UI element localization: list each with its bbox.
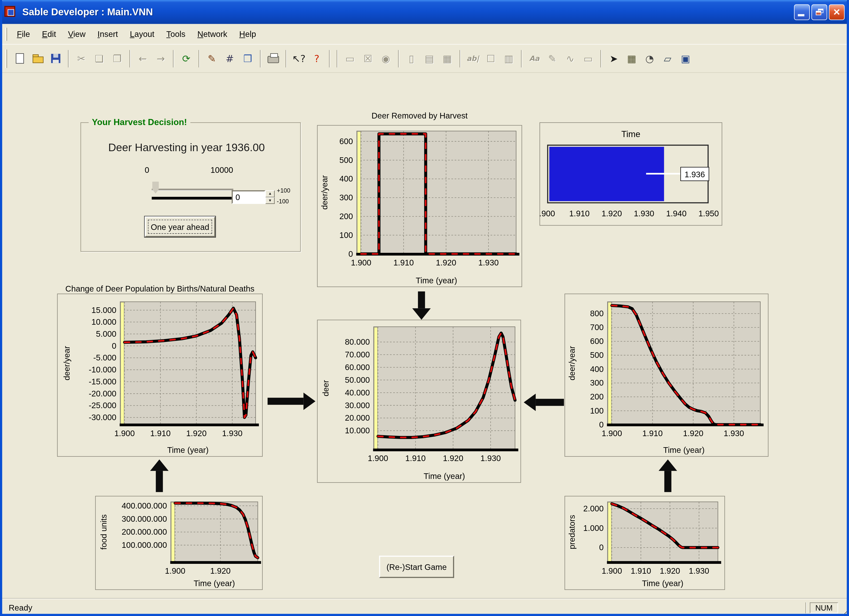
menu-view[interactable]: View — [62, 27, 91, 41]
spin-down-button[interactable]: ▼ — [265, 197, 275, 204]
save-file-icon — [51, 54, 60, 63]
harvest-amount-input[interactable]: 0 — [232, 190, 265, 204]
chart-predators: 2.0001.00001.9001.9101.9201.930predators… — [565, 496, 725, 590]
svg-text:700: 700 — [590, 323, 604, 332]
svg-text:-20.000: -20.000 — [89, 389, 116, 398]
ruler-grid-icon: ▦ — [627, 54, 636, 64]
harvest-slider-track[interactable] — [152, 189, 233, 191]
menu-layout[interactable]: Layout — [124, 27, 160, 41]
svg-text:1.910: 1.910 — [642, 429, 663, 438]
menu-insert[interactable]: Insert — [91, 27, 124, 41]
svg-text:0: 0 — [599, 543, 604, 552]
toolbar-save-file-button[interactable] — [47, 50, 64, 67]
svg-text:-15.000: -15.000 — [89, 377, 116, 386]
back-icon: ← — [139, 54, 147, 64]
toolbar-new-file-button[interactable] — [12, 50, 28, 67]
svg-text:500: 500 — [340, 156, 353, 165]
slider-max-label: 10000 — [210, 165, 233, 174]
one-year-ahead-button[interactable]: One year ahead — [144, 216, 215, 237]
svg-text:1.920: 1.920 — [660, 566, 680, 575]
svg-text:70.000: 70.000 — [345, 350, 370, 359]
toolbar-grid-snap-button[interactable]: # — [221, 50, 238, 67]
spin-up-button[interactable]: ▲ — [265, 190, 275, 197]
svg-text:200: 200 — [340, 212, 353, 221]
svg-text:food units: food units — [99, 515, 108, 550]
time-axis-label: .900 — [539, 209, 555, 218]
toolbar-image-view-button[interactable]: ▣ — [677, 50, 694, 67]
menu-edit[interactable]: Edit — [36, 27, 62, 41]
menu-network[interactable]: Network — [191, 27, 233, 41]
toolbar-spinner-tool-button: ▯ — [403, 50, 420, 67]
chart-tool-icon: ∿ — [566, 54, 574, 64]
toolbar-grip[interactable] — [5, 49, 7, 68]
menubar-grip[interactable] — [5, 28, 7, 41]
toolbar-checkbox-empty-tool-button: ☐ — [483, 50, 499, 67]
svg-text:1.920: 1.920 — [436, 258, 456, 267]
svg-text:-5.000: -5.000 — [93, 353, 116, 362]
toolbar-separator — [260, 50, 261, 67]
menu-bar: FileEditViewInsertLayoutToolsNetworkHelp — [0, 24, 849, 45]
image-view-icon: ▣ — [681, 54, 690, 64]
svg-text:400.000.000: 400.000.000 — [122, 501, 167, 510]
harvest-slider-thumb[interactable] — [152, 182, 159, 193]
statusbar-separator — [806, 602, 807, 613]
svg-text:1.910: 1.910 — [631, 566, 651, 575]
toolbar-cursor-tool-button: ✎ — [544, 50, 561, 67]
flow-arrow-births-to-deer — [268, 393, 316, 410]
toolbar-ruler-grid-button[interactable]: ▦ — [623, 50, 640, 67]
toolbar-separator — [460, 50, 461, 67]
harvest-spinner: ▲ ▼ — [265, 190, 275, 204]
svg-text:100: 100 — [340, 231, 353, 240]
svg-text:40.000: 40.000 — [345, 388, 370, 397]
chart-deer-removed-by-harvest: 60050040030020010001.9001.9101.9201.930d… — [317, 125, 522, 287]
restart-game-button[interactable]: (Re-)Start Game — [379, 556, 454, 578]
time-axis-label: 1.950 — [699, 209, 719, 218]
svg-text:300.000.000: 300.000.000 — [122, 515, 167, 523]
svg-text:200.000.000: 200.000.000 — [122, 527, 167, 536]
svg-text:300: 300 — [340, 193, 353, 202]
toolbar-context-help-button[interactable]: ↖? — [290, 50, 307, 67]
toolbar-pointer-run-button[interactable]: ➤ — [605, 50, 622, 67]
toolbar-help-button[interactable]: ? — [308, 50, 325, 67]
harvest-decision-group: Your Harvest Decision! Deer Harvesting i… — [80, 122, 301, 251]
title-bar[interactable]: Sable Developer : Main.VNN × — [0, 0, 849, 24]
menu-help[interactable]: Help — [233, 27, 262, 41]
status-message: Ready — [3, 603, 806, 612]
toolbar-font-tool-button: Aa — [526, 50, 543, 67]
svg-text:deer: deer — [321, 380, 330, 396]
svg-text:1.920: 1.920 — [186, 429, 207, 438]
menu-file[interactable]: File — [11, 27, 36, 41]
radio-tool-icon: ◉ — [382, 54, 390, 64]
svg-text:60.000: 60.000 — [345, 363, 370, 372]
chart-deer-removed-by-predators: 80070060050040030020010001.9001.9101.920… — [565, 294, 769, 457]
new-window-icon: ❒ — [243, 54, 252, 64]
paste-icon: ❐ — [113, 54, 122, 64]
menu-tools[interactable]: Tools — [160, 27, 191, 41]
toolbar-cut-button: ✂ — [73, 50, 90, 67]
svg-text:1.920: 1.920 — [683, 429, 703, 438]
minimize-button[interactable] — [794, 4, 810, 20]
toolbar-rectangle-tool-button: ▭ — [341, 50, 358, 67]
svg-text:1.900: 1.900 — [165, 566, 185, 575]
datagrid-tool-icon: ▦ — [442, 54, 452, 64]
checkbox-empty-tool-icon: ☐ — [486, 54, 495, 64]
toolbar-refresh-button[interactable]: ⟳ — [178, 50, 195, 67]
toolbar-open-file-button[interactable] — [30, 50, 46, 67]
svg-text:0: 0 — [599, 420, 604, 429]
toolbar-print-button[interactable] — [265, 50, 282, 67]
restore-button[interactable] — [811, 4, 827, 20]
toolbar-new-window-button[interactable]: ❒ — [240, 50, 256, 67]
toolbar-calendar-tool-button: ▥ — [500, 50, 517, 67]
close-button[interactable]: × — [829, 4, 845, 20]
calendar-tool-icon: ▥ — [504, 54, 513, 64]
chart-title-births-deaths: Change of Deer Population by Births/Natu… — [52, 284, 268, 293]
harvest-amount-value: 0 — [235, 193, 240, 202]
svg-text:-25.000: -25.000 — [89, 401, 116, 410]
toolbar-export-page-button[interactable]: ▱ — [659, 50, 676, 67]
close-icon: × — [834, 6, 840, 17]
resize-grip[interactable] — [840, 607, 849, 616]
time-axis-label: 1.940 — [666, 209, 687, 218]
toolbar-clock-button[interactable]: ◔ — [641, 50, 658, 67]
toolbar-edit-pen-button[interactable]: ✎ — [203, 50, 220, 67]
toolbar-textbox-tool-button: ab| — [465, 50, 481, 67]
